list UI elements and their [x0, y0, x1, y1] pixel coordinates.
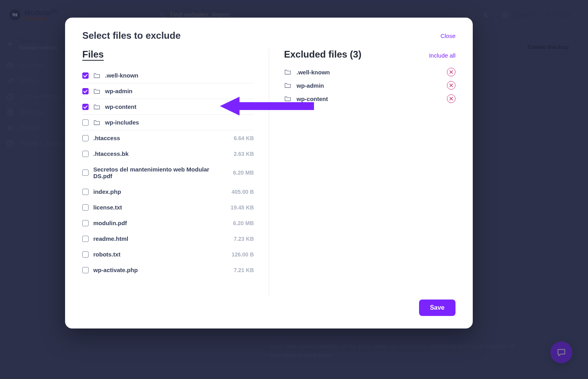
file-size: 6.64 KB	[234, 135, 254, 141]
file-size: 7.21 KB	[234, 267, 254, 273]
close-button[interactable]: Close	[441, 32, 456, 39]
checkbox[interactable]	[82, 267, 89, 273]
file-size: 126.00 B	[232, 251, 254, 258]
checkbox[interactable]	[82, 251, 89, 258]
exclude-files-modal: Select files to exclude Close Files .wel…	[65, 18, 473, 328]
file-name: readme.html	[93, 235, 229, 242]
checkbox[interactable]	[82, 88, 89, 94]
file-row[interactable]: .htaccess.bk2.63 KB	[82, 146, 254, 162]
file-name: wp-content	[105, 103, 254, 110]
file-row[interactable]: readme.html7.23 KB	[82, 231, 254, 247]
folder-icon	[284, 69, 291, 75]
file-row[interactable]: license.txt19.45 KB	[82, 200, 254, 215]
folder-icon	[93, 104, 100, 110]
excluded-row: .well-known	[284, 68, 456, 76]
file-name: wp-admin	[105, 88, 254, 94]
file-row[interactable]: .well-known	[82, 68, 254, 83]
checkbox[interactable]	[82, 72, 89, 79]
folder-icon	[93, 88, 100, 94]
file-size: 405.00 B	[232, 189, 254, 195]
checkbox[interactable]	[82, 220, 89, 226]
files-heading: Files	[82, 49, 104, 60]
file-name: wp-activate.php	[93, 267, 229, 273]
file-row[interactable]: index.php405.00 B	[82, 184, 254, 200]
file-name: modulin.pdf	[93, 220, 229, 226]
file-row[interactable]: wp-activate.php7.21 KB	[82, 262, 254, 278]
checkbox[interactable]	[82, 135, 89, 141]
folder-icon	[93, 120, 100, 125]
excluded-heading: Excluded files (3)	[284, 49, 361, 60]
file-name: .htaccess	[93, 135, 229, 141]
file-name: Secretos del mantenimiento web Modular D…	[93, 166, 229, 179]
file-size: 19.45 KB	[230, 204, 254, 211]
checkbox[interactable]	[82, 119, 89, 126]
file-size: 2.63 KB	[234, 151, 254, 157]
excluded-name: wp-content	[297, 96, 442, 102]
file-name: .htaccess.bk	[93, 150, 229, 157]
modal-title: Select files to exclude	[82, 30, 181, 41]
file-name: wp-includes	[105, 119, 254, 126]
checkbox[interactable]	[82, 189, 89, 195]
checkbox[interactable]	[82, 204, 89, 211]
folder-icon	[284, 96, 291, 101]
file-row[interactable]: wp-admin	[82, 83, 254, 99]
remove-excluded-button[interactable]	[447, 68, 456, 76]
folder-icon	[284, 83, 291, 88]
file-name: index.php	[93, 188, 227, 195]
excluded-name: .well-known	[297, 69, 442, 76]
checkbox[interactable]	[82, 151, 89, 157]
excluded-name: wp-admin	[297, 82, 442, 89]
folder-icon	[93, 73, 100, 78]
file-row[interactable]: robots.txt126.00 B	[82, 247, 254, 262]
checkbox[interactable]	[82, 236, 89, 242]
file-row[interactable]: wp-includes	[82, 115, 254, 130]
remove-excluded-button[interactable]	[447, 94, 456, 103]
file-name: .well-known	[105, 72, 254, 79]
checkbox[interactable]	[82, 104, 89, 110]
file-name: license.txt	[93, 204, 226, 211]
excluded-row: wp-content	[284, 94, 456, 103]
excluded-panel: Excluded files (3) Include all .well-kno…	[269, 49, 456, 296]
file-size: 7.23 KB	[234, 236, 254, 242]
save-button[interactable]: Save	[419, 300, 456, 316]
file-row[interactable]: wp-content	[82, 99, 254, 115]
include-all-button[interactable]: Include all	[429, 52, 456, 59]
excluded-row: wp-admin	[284, 81, 456, 90]
remove-excluded-button[interactable]	[447, 81, 456, 90]
file-row[interactable]: .htaccess6.64 KB	[82, 130, 254, 146]
file-row[interactable]: modulin.pdf6.20 MB	[82, 215, 254, 231]
files-panel: Files .well-knownwp-adminwp-contentwp-in…	[82, 49, 269, 296]
file-size: 6.20 MB	[233, 220, 254, 226]
file-row[interactable]: Secretos del mantenimiento web Modular D…	[82, 162, 254, 184]
file-name: robots.txt	[93, 251, 227, 258]
file-size: 6.20 MB	[233, 170, 254, 176]
checkbox[interactable]	[82, 170, 89, 176]
